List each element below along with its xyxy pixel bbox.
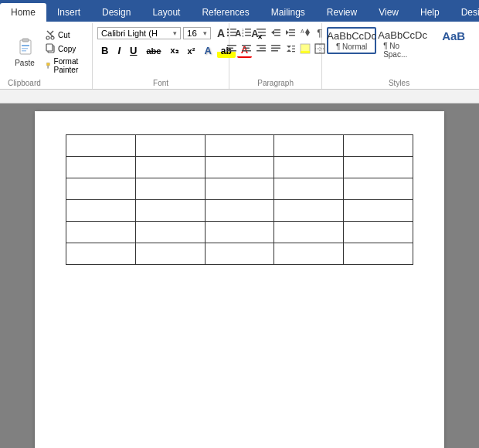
line-spacing-button[interactable]: [284, 42, 297, 56]
svg-rect-2: [22, 45, 29, 46]
sort-icon: A: [300, 27, 311, 38]
table-cell[interactable]: [205, 135, 274, 157]
style-no-spacing-label: ¶ No Spac...: [383, 42, 422, 59]
svg-rect-10: [46, 44, 53, 51]
table-cell[interactable]: [135, 243, 205, 265]
table-cell[interactable]: [344, 157, 413, 178]
shading-icon: [300, 43, 311, 54]
align-center-button[interactable]: [240, 42, 253, 56]
style-normal[interactable]: AaBbCcDc ¶ Normal: [327, 27, 376, 54]
align-left-button[interactable]: [225, 42, 239, 56]
table-row: [66, 157, 413, 178]
paste-label: Paste: [15, 59, 35, 67]
table-cell[interactable]: [274, 135, 344, 157]
table-cell[interactable]: [66, 178, 136, 200]
table-cell[interactable]: [135, 200, 205, 222]
tab-references[interactable]: References: [191, 3, 260, 22]
table-cell[interactable]: [66, 200, 136, 222]
svg-marker-28: [271, 30, 274, 35]
text-effects-button[interactable]: A: [200, 43, 215, 58]
table-cell[interactable]: [344, 243, 413, 265]
sort-button[interactable]: A: [298, 25, 312, 39]
table-cell[interactable]: [135, 135, 205, 157]
table-cell[interactable]: [135, 178, 205, 200]
table-cell[interactable]: [205, 157, 274, 178]
style-heading1[interactable]: AaB: [429, 27, 478, 46]
superscript-button[interactable]: x²: [184, 45, 199, 57]
svg-rect-31: [274, 35, 280, 36]
subscript-button[interactable]: x₂: [166, 44, 182, 57]
justify-icon: [270, 43, 281, 54]
table-cell[interactable]: [66, 222, 136, 243]
table-cell[interactable]: [66, 243, 136, 265]
table-cell[interactable]: [344, 200, 413, 222]
tab-help[interactable]: Help: [409, 3, 450, 22]
table-cell[interactable]: [135, 222, 205, 243]
svg-text:3.: 3.: [242, 34, 244, 38]
clear-formatting-button[interactable]: A ✕: [247, 26, 262, 41]
tab-mailings[interactable]: Mailings: [260, 3, 316, 22]
styles-section: AaBbCcDc ¶ Normal AaBbCcDc ¶ No Spac... …: [322, 23, 476, 89]
table-cell[interactable]: [344, 178, 413, 200]
align-right-button[interactable]: [254, 42, 268, 56]
tab-layout[interactable]: Layout: [141, 3, 191, 22]
font-family-selector[interactable]: Calibri Light (H ▾: [97, 27, 181, 39]
table-cell[interactable]: [274, 243, 344, 265]
paste-button[interactable]: Paste: [8, 25, 42, 79]
table-row: [66, 200, 413, 222]
clipboard-section: Paste Cut: [3, 23, 93, 89]
table-cell[interactable]: [205, 178, 274, 200]
italic-button[interactable]: I: [114, 43, 124, 58]
table-cell[interactable]: [274, 178, 344, 200]
svg-rect-54: [292, 49, 295, 49]
table-cell[interactable]: [205, 243, 274, 265]
svg-rect-50: [271, 50, 278, 52]
copy-label: Copy: [58, 45, 76, 53]
style-heading1-preview: AaB: [442, 29, 465, 43]
ruler: [0, 90, 479, 104]
bullets-button[interactable]: [225, 25, 239, 39]
increase-indent-button[interactable]: [284, 25, 297, 39]
table-cell[interactable]: [205, 222, 274, 243]
copy-button[interactable]: Copy: [43, 42, 87, 55]
tab-insert[interactable]: Insert: [46, 3, 91, 22]
svg-rect-33: [289, 29, 295, 31]
table-cell[interactable]: [66, 157, 136, 178]
decrease-indent-button[interactable]: [269, 25, 283, 39]
strikethrough-button[interactable]: abc: [143, 45, 165, 57]
svg-rect-3: [22, 48, 28, 49]
svg-rect-49: [271, 48, 280, 49]
underline-button[interactable]: U: [126, 43, 141, 58]
svg-marker-51: [287, 46, 291, 48]
table-cell[interactable]: [274, 222, 344, 243]
tab-home[interactable]: Home: [0, 3, 46, 22]
tab-design2[interactable]: Design: [450, 3, 479, 22]
tab-design[interactable]: Design: [91, 3, 141, 22]
paste-icon: [14, 37, 36, 59]
justify-button[interactable]: [269, 42, 283, 56]
styles-group-label: Styles: [389, 79, 409, 89]
table-cell[interactable]: [274, 157, 344, 178]
document-table: [66, 134, 413, 265]
tab-view[interactable]: View: [368, 3, 409, 22]
cut-button[interactable]: Cut: [43, 29, 87, 41]
styles-items-container: AaBbCcDc ¶ Normal AaBbCcDc ¶ No Spac... …: [327, 25, 471, 79]
table-cell[interactable]: [274, 200, 344, 222]
format-painter-button[interactable]: Format Painter: [43, 56, 87, 75]
font-size-value: 16: [187, 29, 197, 38]
style-no-spacing[interactable]: AaBbCcDc ¶ No Spac...: [378, 27, 427, 61]
table-cell[interactable]: [344, 222, 413, 243]
bullets-icon: [226, 27, 237, 38]
bold-button[interactable]: B: [97, 43, 112, 58]
table-cell[interactable]: [344, 135, 413, 157]
tab-review[interactable]: Review: [316, 3, 368, 22]
table-cell[interactable]: [205, 200, 274, 222]
svg-rect-44: [242, 50, 251, 52]
svg-rect-40: [227, 48, 233, 49]
table-cell[interactable]: [66, 135, 136, 157]
scissors-icon: [46, 29, 56, 40]
font-size-selector[interactable]: 16 ▾: [183, 27, 211, 39]
svg-point-7: [46, 36, 49, 39]
shading-button[interactable]: [298, 42, 312, 56]
table-cell[interactable]: [135, 157, 205, 178]
